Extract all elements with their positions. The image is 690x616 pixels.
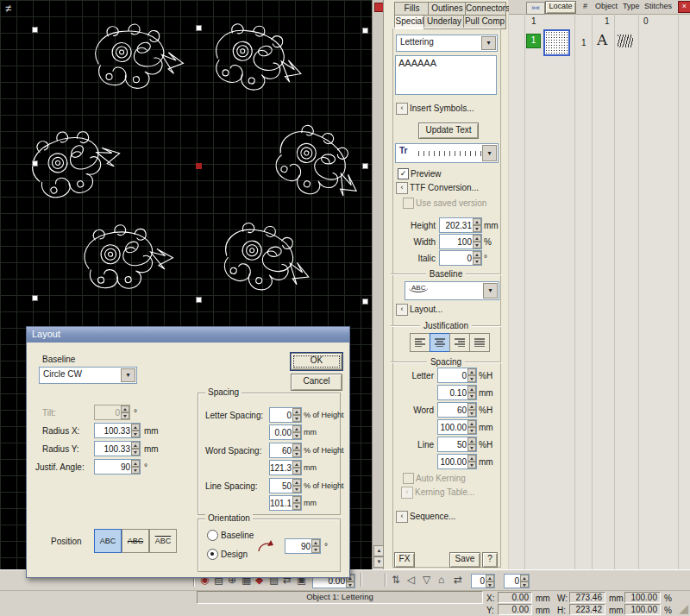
letter-spacing-pct-field[interactable] — [269, 407, 302, 423]
radius-y-unit: mm — [144, 444, 159, 454]
tilt-label: Tilt: — [42, 408, 56, 418]
selection-handle[interactable] — [32, 27, 38, 33]
word-spacing-pct-field[interactable] — [269, 443, 302, 458]
layout-expander[interactable]: ‹ — [396, 304, 408, 316]
kerning-table-label: Kerning Table... — [415, 487, 474, 497]
position-baseline-below-button[interactable]: ABC — [94, 529, 122, 553]
word-mm-unit: mm — [304, 463, 317, 472]
ttf-conversion-expander[interactable]: ‹ — [396, 182, 408, 194]
radius-x-unit: mm — [144, 426, 159, 436]
letter-spacing-mm-field[interactable] — [269, 424, 302, 440]
home-icon[interactable]: ⌂ — [438, 574, 444, 586]
sequence-expander[interactable]: ‹ — [396, 511, 408, 523]
selection-handle[interactable] — [32, 295, 38, 301]
locate-button[interactable]: Locate — [545, 1, 576, 14]
fx-button[interactable]: FX — [394, 552, 415, 568]
letter-mm-unit: mm — [479, 388, 493, 398]
orientation-baseline-label[interactable]: Baseline — [221, 531, 254, 540]
object-list-panel: »« Locate # Object Type Stitches × 1 1 0… — [509, 0, 690, 569]
y-label: Y: — [486, 606, 494, 615]
close-icon[interactable]: × — [678, 1, 690, 13]
cancel-button[interactable]: Cancel — [291, 374, 342, 391]
col-type: Type — [623, 2, 640, 10]
dialog-title-bar[interactable]: Layout — [27, 327, 349, 343]
preview-label: Preview — [411, 169, 442, 179]
word-spacing-mm-field[interactable] — [269, 460, 302, 475]
object-mode-select[interactable]: Lettering ▾ — [396, 35, 498, 52]
letter-pct-unit: % of Height — [304, 411, 344, 419]
selection-handle[interactable] — [196, 25, 202, 31]
line-spacing-pct-field[interactable] — [437, 437, 477, 452]
justify-left-button[interactable] — [410, 333, 430, 352]
font-select[interactable]: Tr ▾ — [395, 143, 499, 163]
height-field[interactable] — [439, 217, 482, 233]
object-number: 1 — [581, 38, 586, 47]
ok-button[interactable]: OK — [291, 353, 342, 370]
baseline-shape-select[interactable]: Circle CW ▾ — [39, 367, 137, 384]
chevron-down-icon[interactable]: ▾ — [483, 283, 498, 299]
spacing-section-header: Spacing — [391, 357, 501, 367]
orientation-baseline-radio[interactable] — [207, 530, 218, 541]
canvas-vscrollbar[interactable]: ▲ ▼ — [372, 0, 384, 569]
orientation-design-label[interactable]: Design — [221, 550, 248, 559]
help-button[interactable]: ? — [482, 552, 498, 568]
view-icon-1[interactable]: ⇅ — [392, 574, 400, 586]
chevron-down-icon[interactable]: ▾ — [482, 145, 497, 161]
x-label: X: — [486, 594, 494, 603]
justify-center-button[interactable] — [430, 333, 450, 352]
radius-x-field[interactable] — [94, 423, 141, 438]
line-spacing-pct-field[interactable] — [269, 478, 302, 493]
baseline-section-header: Baseline — [391, 269, 501, 279]
width-field[interactable] — [439, 234, 482, 249]
radius-x-label: Radius X: — [42, 426, 79, 436]
insert-symbols-label[interactable]: Insert Symbols... — [410, 104, 474, 113]
stitch-count-field[interactable] — [471, 574, 495, 588]
view-icon-3[interactable]: ▽ — [423, 574, 430, 586]
orientation-design-radio[interactable] — [207, 549, 218, 560]
word-spacing-mm-field[interactable] — [437, 419, 477, 435]
line-mm-unit: mm — [304, 499, 317, 507]
view-icon-2[interactable]: ◁ — [407, 574, 415, 586]
justify-full-button[interactable] — [469, 333, 490, 352]
selection-handle[interactable] — [32, 160, 38, 167]
line-spacing-mm-field[interactable] — [437, 454, 477, 469]
selection-handle[interactable] — [196, 297, 202, 303]
h-percent: 100.00 — [624, 604, 661, 615]
letter-spacing-mm-field[interactable] — [437, 385, 477, 400]
justify-center-icon — [434, 338, 446, 347]
selection-handle[interactable] — [362, 163, 368, 169]
word-spacing-pct-field[interactable] — [437, 402, 477, 418]
word-pct-unit: %H — [479, 405, 492, 415]
swap-icon[interactable]: ⇄ — [454, 574, 462, 586]
save-button[interactable]: Save — [449, 552, 480, 568]
justify-right-button[interactable] — [449, 333, 470, 352]
baseline-shape-select[interactable]: ABC ▾ — [405, 281, 499, 300]
layout-label[interactable]: Layout... — [410, 305, 442, 314]
y-value: 0.00 — [498, 604, 532, 615]
insert-symbols-expander[interactable]: ‹ — [396, 103, 408, 115]
sequence-number-badge[interactable]: 1 — [526, 34, 541, 48]
update-text-button[interactable]: Update Text — [418, 123, 479, 139]
chevron-down-icon[interactable]: ▾ — [481, 36, 496, 50]
ttf-conversion-label[interactable]: TTF Conversion... — [410, 183, 479, 192]
justif-angle-field[interactable] — [94, 459, 141, 475]
letter-spacing-pct-field[interactable] — [437, 368, 477, 383]
position-baseline-middle-button[interactable]: ABC — [122, 529, 149, 553]
sequence-label[interactable]: Sequence... — [410, 512, 455, 521]
collapse-panel-button[interactable]: »« — [526, 2, 545, 15]
position-baseline-above-button[interactable]: ABC — [149, 529, 177, 553]
lettering-text-input[interactable]: AAAAAA — [395, 55, 497, 95]
line-spacing-mm-field[interactable] — [269, 495, 302, 511]
radius-y-field[interactable] — [94, 441, 141, 456]
orientation-angle-field[interactable] — [285, 538, 321, 554]
italic-field[interactable] — [439, 250, 482, 266]
offset-field[interactable] — [504, 574, 530, 588]
chevron-down-icon[interactable]: ▾ — [121, 368, 135, 382]
baseline-group-label: Baseline — [42, 355, 75, 364]
preview-checkbox[interactable]: ✓ — [398, 168, 409, 179]
design-thumbnail[interactable] — [543, 29, 570, 56]
selection-handle[interactable] — [362, 28, 368, 34]
col-number: # — [583, 2, 587, 10]
selection-handle[interactable] — [362, 299, 368, 305]
resize-grip[interactable]: ◢ — [679, 601, 688, 615]
